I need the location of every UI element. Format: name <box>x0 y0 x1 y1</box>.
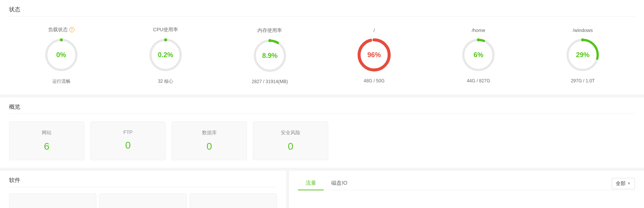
overview-card-3[interactable]: 安全风险0 <box>253 121 328 160</box>
card-value-1: 0 <box>125 140 131 151</box>
gauge-wrapper-load: 0% <box>43 36 80 74</box>
overview-title: 概览 <box>9 103 635 114</box>
gauge-center-disk-windows: 29% <box>576 51 589 59</box>
traffic-tabs: 流量磁盘IO 全部 ▼ <box>298 177 635 190</box>
gauge-value-disk-home: 6% <box>473 51 483 59</box>
info-icon-load[interactable]: ? <box>69 27 75 32</box>
gauge-center-load: 0% <box>56 51 66 59</box>
gauge-center-disk-home: 6% <box>473 51 483 59</box>
select-all-label: 全部 <box>616 180 626 187</box>
gauge-center-memory: 8.9% <box>262 52 277 59</box>
gauge-wrapper-disk-windows: 29% <box>564 36 601 74</box>
gauge-center-cpu: 0.2% <box>158 51 173 59</box>
gauge-item-disk-root: /96%48G / 50G <box>355 27 393 84</box>
overview-cards: 网站6FTP0数据库0安全风险0 <box>9 120 635 162</box>
software-col-3 <box>190 193 277 208</box>
gauge-wrapper-disk-root: 96% <box>355 36 393 74</box>
status-section: 状态 负载状态?0%运行流畅CPU使用率0.2%32 核心内存使用率8.9%28… <box>0 0 644 94</box>
gauge-sub-cpu: 32 核心 <box>158 78 173 85</box>
status-gauges: 负载状态?0%运行流畅CPU使用率0.2%32 核心内存使用率8.9%2827 … <box>9 23 635 88</box>
gauge-wrapper-disk-home: 6% <box>460 36 497 74</box>
gauge-label-load: 负载状态? <box>48 26 75 33</box>
card-value-3: 0 <box>288 141 293 152</box>
gauge-item-load: 负载状态?0%运行流畅 <box>43 26 80 85</box>
gauge-center-disk-root: 96% <box>367 51 381 59</box>
gauge-sub-memory: 2827 / 31914(MB) <box>252 79 288 84</box>
gauge-item-cpu: CPU使用率0.2%32 核心 <box>147 26 184 85</box>
gauge-wrapper-cpu: 0.2% <box>147 36 184 74</box>
traffic-tabs-left: 流量磁盘IO <box>298 177 355 190</box>
gauge-dot-disk-windows <box>581 38 584 41</box>
software-col-1 <box>9 193 96 208</box>
gauge-sub-disk-windows: 297G / 1.0T <box>571 78 595 84</box>
card-value-2: 0 <box>207 141 212 152</box>
status-title: 状态 <box>9 6 635 17</box>
traffic-tab-1[interactable]: 磁盘IO <box>324 177 355 190</box>
gauge-value-cpu: 0.2% <box>158 51 173 59</box>
software-title: 软件 <box>9 177 277 187</box>
traffic-tab-0[interactable]: 流量 <box>298 177 324 190</box>
chevron-down-icon: ▼ <box>627 181 631 185</box>
software-section: 软件 <box>0 171 286 208</box>
gauge-label-disk-windows: /windows <box>573 27 593 33</box>
gauge-sub-disk-home: 44G / 827G <box>467 78 490 84</box>
gauge-value-load: 0% <box>56 51 66 59</box>
gauge-value-disk-root: 96% <box>367 51 381 59</box>
gauge-label-disk-home: /home <box>472 27 485 33</box>
card-label-2: 数据库 <box>202 129 217 136</box>
gauge-dot-disk-home <box>477 38 480 41</box>
select-all-dropdown[interactable]: 全部 ▼ <box>612 178 635 189</box>
gauge-item-memory: 内存使用率8.9%2827 / 31914(MB) <box>251 27 289 84</box>
gauge-label-memory: 内存使用率 <box>257 27 282 34</box>
software-table-area <box>9 193 277 208</box>
gauge-dot-memory <box>268 39 271 42</box>
gauge-label-cpu: CPU使用率 <box>153 26 178 33</box>
gauge-sub-load: 运行流畅 <box>52 78 70 85</box>
card-value-0: 6 <box>44 141 49 152</box>
gauge-label-disk-root: / <box>373 27 375 33</box>
overview-card-0[interactable]: 网站6 <box>9 121 84 160</box>
gauge-sub-disk-root: 48G / 50G <box>364 78 384 84</box>
overview-section: 概览 网站6FTP0数据库0安全风险0 <box>0 97 644 168</box>
bottom-row: 软件 流量磁盘IO 全部 ▼ <box>0 171 644 208</box>
gauge-value-disk-windows: 29% <box>576 51 589 59</box>
overview-card-1[interactable]: FTP0 <box>90 121 166 160</box>
card-label-0: 网站 <box>42 129 52 136</box>
gauge-item-disk-home: /home6%44G / 827G <box>460 27 497 84</box>
gauge-item-disk-windows: /windows29%297G / 1.0T <box>564 27 601 84</box>
overview-card-2[interactable]: 数据库0 <box>172 121 247 160</box>
page: 状态 负载状态?0%运行流畅CPU使用率0.2%32 核心内存使用率8.9%28… <box>0 0 644 208</box>
card-label-1: FTP <box>123 129 133 135</box>
gauge-dot-load <box>60 38 63 41</box>
gauge-dot-cpu <box>164 38 167 41</box>
gauge-value-memory: 8.9% <box>262 52 277 59</box>
gauge-wrapper-memory: 8.9% <box>251 37 289 74</box>
traffic-section: 流量磁盘IO 全部 ▼ <box>289 171 644 208</box>
software-col-2 <box>99 193 187 208</box>
card-label-3: 安全风险 <box>281 129 300 136</box>
